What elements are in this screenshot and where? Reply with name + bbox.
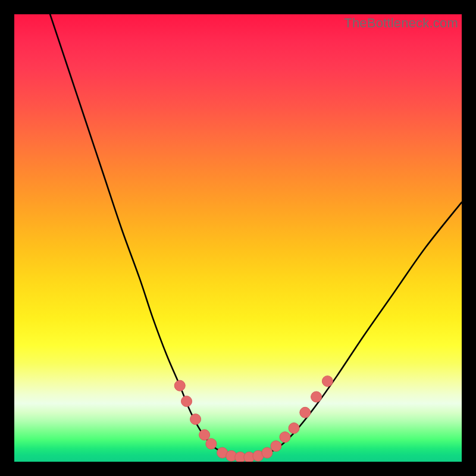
data-marker: [206, 439, 217, 449]
curve-layer: [50, 14, 462, 458]
chart-svg: [14, 14, 462, 462]
data-marker: [174, 380, 185, 391]
data-marker: [289, 423, 299, 434]
data-marker: [311, 392, 322, 402]
data-marker: [322, 376, 333, 387]
bottleneck-curve: [50, 14, 462, 458]
data-marker: [262, 447, 273, 458]
data-marker: [271, 441, 281, 452]
marker-layer: [174, 376, 333, 462]
data-marker: [199, 430, 210, 440]
chart-frame: TheBottleneck.com: [14, 14, 462, 462]
data-marker: [300, 407, 311, 418]
chart-plot-area: TheBottleneck.com: [14, 14, 462, 462]
data-marker: [190, 414, 201, 425]
data-marker: [280, 432, 290, 443]
data-marker: [181, 396, 192, 406]
